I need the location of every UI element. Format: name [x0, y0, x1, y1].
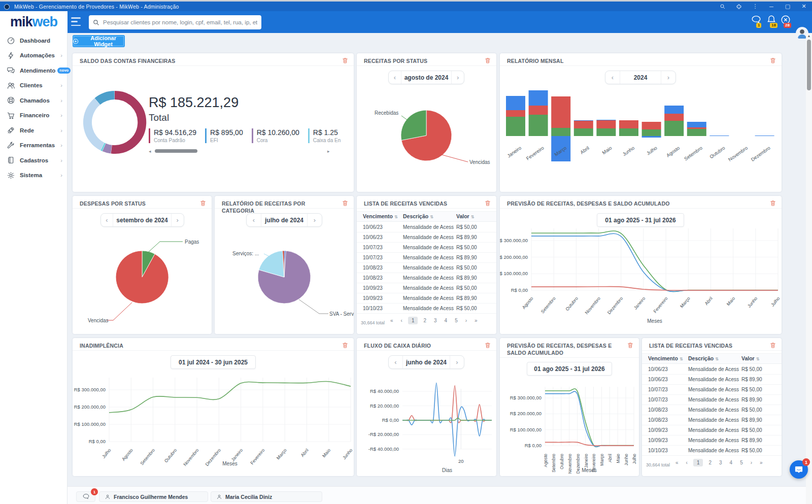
browser-zoom-icon[interactable] — [715, 2, 731, 11]
column-header-descricao[interactable]: Descrição⇅ — [688, 355, 719, 361]
sidebar-item-label: Ferramentas — [20, 142, 55, 148]
footer-bar: 1 Francisco Guilherme Mendes Maria Cecíl… — [67, 486, 812, 504]
table-row[interactable]: 10/09/23Mensalidade de Acesso àR$ 89,90 — [642, 435, 782, 446]
table-row[interactable]: 10/06/23Mensalidade de Acesso àR$ 50,00 — [357, 222, 496, 232]
sidebar-toggle-icon[interactable] — [71, 17, 81, 26]
table-row[interactable]: 10/08/23Mensalidade de Acesso àR$ 50,00 — [357, 263, 496, 273]
window-close-icon[interactable]: ✕ — [796, 2, 812, 11]
next-page-button[interactable]: › — [749, 459, 754, 466]
sort-icon: ⇅ — [471, 215, 475, 219]
x-axis-tick-label: Dezembro — [606, 296, 624, 315]
sidebar-item-chamados[interactable]: Chamados› — [0, 93, 67, 108]
table-cell: Mensalidade de Acesso à — [688, 387, 739, 392]
chat-icon[interactable]: 1 — [751, 14, 763, 26]
next-page-button[interactable]: › — [463, 317, 469, 324]
bell-badge: 18 — [770, 23, 777, 28]
page-button-5[interactable]: 5 — [738, 459, 745, 466]
add-widget-button[interactable]: Adicionar Widget — [73, 35, 125, 47]
footer-user-name: Francisco Guilherme Mendes — [114, 494, 188, 500]
first-page-button[interactable]: « — [388, 317, 395, 324]
chat-bubble-icon — [794, 465, 803, 474]
table-row[interactable]: 10/07/23Mensalidade de Acesso àR$ 50,00 — [357, 243, 496, 253]
table-row[interactable]: 10/10/23Mensalidade de Acesso àR$ 50,00 — [642, 446, 782, 456]
table-row[interactable]: 10/10/23Mensalidade de Acesso àR$ 50,00 — [357, 304, 496, 314]
column-header-valor[interactable]: Valor⇅ — [741, 355, 759, 361]
page-button-5[interactable]: 5 — [453, 317, 460, 324]
first-page-button[interactable]: « — [673, 459, 681, 466]
notifications-bell-icon[interactable]: 18 — [766, 14, 778, 26]
sidebar-item-financeiro[interactable]: Financeiro› — [0, 108, 67, 123]
browser-menu-icon[interactable]: ⋮ — [747, 2, 763, 11]
last-page-button[interactable]: » — [472, 317, 480, 324]
column-header-vencimento[interactable]: Vencimento⇅ — [363, 213, 398, 219]
x-axis-tick-label: Março — [679, 296, 691, 309]
page-button-4[interactable]: 4 — [443, 317, 450, 324]
column-header-vencimento[interactable]: Vencimento⇅ — [648, 355, 683, 361]
table-row[interactable]: 10/08/23Mensalidade de Acesso àR$ 89,90 — [357, 273, 496, 283]
sidebar-item-automacoes[interactable]: Automações› — [0, 48, 67, 63]
footer-user-chip[interactable]: Francisco Guilherme Mendes — [99, 491, 208, 502]
chevron-right-icon: › — [60, 157, 62, 163]
global-search[interactable] — [89, 15, 261, 29]
delete-widget-icon[interactable] — [484, 199, 492, 208]
table-row[interactable]: 10/06/23Mensalidade de Acesso àR$ 50,00 — [642, 364, 782, 375]
account-item: R$ 10.260,00Cora — [252, 128, 299, 143]
search-input[interactable] — [103, 19, 257, 25]
y-axis-tick-label: R$ 300.000,00 — [510, 395, 542, 400]
table-row[interactable]: 10/07/23Mensalidade de Acesso àR$ 89,90 — [642, 395, 782, 405]
table-row[interactable]: 10/08/23Mensalidade de Acesso àR$ 50,00 — [642, 405, 782, 415]
prev-page-button[interactable]: ‹ — [684, 459, 690, 466]
page-button-1[interactable]: 1 — [408, 317, 418, 324]
sidebar-item-label: Atendimento — [20, 68, 55, 74]
table-row[interactable]: 10/06/23Mensalidade de Acesso àR$ 89,90 — [642, 375, 782, 385]
column-header-descricao[interactable]: Descrição⇅ — [403, 213, 433, 219]
delete-widget-icon[interactable] — [769, 342, 777, 350]
browser-extensions-icon[interactable] — [731, 2, 747, 11]
page-button-3[interactable]: 3 — [432, 317, 439, 324]
table-cell: R$ 89,90 — [741, 438, 778, 443]
last-page-button[interactable]: » — [758, 459, 765, 466]
y-axis-tick-label: -R$ 20.000,00 — [368, 431, 399, 437]
scroll-thumb[interactable] — [155, 149, 197, 153]
y-axis-tick-label: -R$ 40.000,00 — [368, 446, 399, 452]
sidebar-item-rede[interactable]: Rede› — [0, 123, 67, 138]
scroll-left-arrow[interactable]: ◂ — [149, 149, 151, 154]
book-icon — [7, 156, 15, 164]
page-button-3[interactable]: 3 — [717, 459, 724, 466]
table-cell: 10/10/23 — [363, 306, 396, 311]
table-row[interactable]: 10/07/23Mensalidade de Acesso àR$ 50,00 — [642, 385, 782, 395]
window-maximize-icon[interactable]: ▢ — [780, 2, 796, 11]
page-button-1[interactable]: 1 — [693, 459, 703, 466]
column-header-valor[interactable]: Valor⇅ — [456, 213, 474, 219]
sidebar-item-clientes[interactable]: Clientes› — [0, 78, 67, 93]
table-row[interactable]: 10/08/23Mensalidade de Acesso àR$ 89,90 — [642, 415, 782, 425]
sidebar-item-cadastros[interactable]: Cadastros› — [0, 153, 67, 168]
alerts-icon[interactable]: 28 — [780, 14, 792, 26]
sidebar-item-ferramentas[interactable]: Ferramentas› — [0, 138, 67, 153]
sidebar-item-atendimento[interactable]: Atendimentonovo› — [0, 63, 67, 78]
page-button-2[interactable]: 2 — [706, 459, 714, 466]
sidebar-item-sistema[interactable]: Sistema› — [0, 168, 67, 183]
table-cell: Mensalidade de Acesso à — [688, 417, 739, 423]
footer-chat-button[interactable]: 1 — [76, 491, 95, 502]
footer-user-chip[interactable]: Maria Cecília Diniz — [211, 491, 322, 502]
scrollbar-thumb[interactable] — [807, 40, 811, 90]
table-row[interactable]: 10/07/23Mensalidade de Acesso àR$ 89,90 — [357, 253, 496, 263]
page-button-2[interactable]: 2 — [421, 317, 428, 324]
window-minimize-icon[interactable]: ─ — [763, 2, 780, 11]
page-button-4[interactable]: 4 — [728, 459, 735, 466]
table-row[interactable]: 10/09/23Mensalidade de Acesso àR$ 50,00 — [642, 425, 782, 435]
accounts-scrollbar[interactable]: ◂▸ — [149, 149, 331, 154]
sidebar-item-dashboard[interactable]: Dashboard — [0, 33, 67, 48]
table-row[interactable]: 10/06/23Mensalidade de Acesso àR$ 89,90 — [357, 232, 496, 243]
floating-chat-button[interactable]: 1 — [790, 460, 808, 479]
x-axis-tick-label: Janeiro — [633, 296, 647, 311]
table-row[interactable]: 10/09/23Mensalidade de Acesso àR$ 50,00 — [357, 283, 496, 293]
page-scrollbar[interactable]: ▲ — [806, 33, 812, 504]
scroll-right-arrow[interactable]: ▸ — [327, 149, 330, 154]
app-logo[interactable]: mikweb — [0, 11, 67, 33]
sort-icon: ⇅ — [715, 357, 719, 361]
scrollbar-up-arrow[interactable]: ▲ — [806, 34, 812, 38]
prev-page-button[interactable]: ‹ — [399, 317, 404, 324]
table-row[interactable]: 10/09/23Mensalidade de Acesso àR$ 89,90 — [357, 293, 496, 304]
